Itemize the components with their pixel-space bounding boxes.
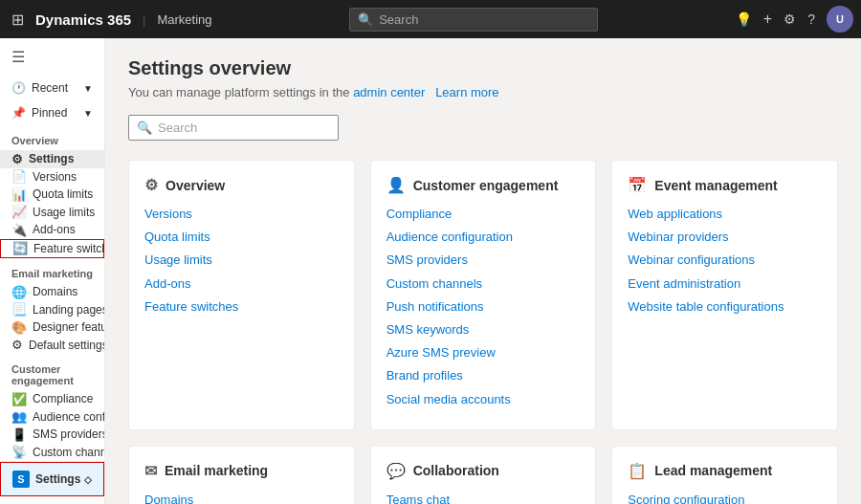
overview-card: ⚙ Overview Versions Quota limits Usage l… xyxy=(128,160,355,430)
card-link-audience[interactable]: Audience configuration xyxy=(386,229,581,246)
card-link-webinar-configs[interactable]: Webinar configurations xyxy=(628,252,822,269)
sidebar-designer-label: Designer feature ... xyxy=(33,320,104,334)
overview-section-label: Overview xyxy=(0,125,104,150)
card-link-azure-sms[interactable]: Azure SMS preview xyxy=(386,344,581,362)
admin-center-link[interactable]: admin center xyxy=(353,85,425,99)
sidebar: ☰ 🕐 Recent ▼ 📌 Pinned ▼ Overview ⚙ Setti… xyxy=(0,38,105,504)
addons-icon: 🔌 xyxy=(11,223,27,237)
card-link-usage[interactable]: Usage limits xyxy=(144,252,339,269)
brand-name: Dynamics 365 xyxy=(35,11,131,28)
default-icon: ⚙ xyxy=(11,338,23,352)
card-link-quota[interactable]: Quota limits xyxy=(144,229,339,246)
sidebar-item-versions[interactable]: 📄 Versions xyxy=(0,168,104,186)
hamburger-button[interactable]: ☰ xyxy=(0,38,104,76)
card-link-teams-chat[interactable]: Teams chat xyxy=(386,492,581,504)
sidebar-item-landing-pages[interactable]: 📃 Landing pages xyxy=(0,301,104,319)
sidebar-audience-label: Audience configu... xyxy=(33,410,104,424)
card-link-custom-channels[interactable]: Custom channels xyxy=(386,275,581,293)
card-link-sms-keywords[interactable]: SMS keywords xyxy=(386,321,581,339)
card-link-website-table[interactable]: Website table configurations xyxy=(628,298,822,316)
card-link-sms-providers[interactable]: SMS providers xyxy=(386,252,581,269)
sidebar-pinned-label: Pinned xyxy=(32,106,67,120)
lead-card-title: Lead management xyxy=(654,463,772,478)
card-link-addons[interactable]: Add-ons xyxy=(144,275,339,293)
event-card-icon: 📅 xyxy=(628,176,647,194)
email-card-icon: ✉ xyxy=(144,462,157,480)
overview-card-icon: ⚙ xyxy=(144,176,158,194)
sidebar-usage-label: Usage limits xyxy=(33,206,95,219)
card-link-social[interactable]: Social media accounts xyxy=(386,391,581,408)
email-marketing-card: ✉ Email marketing Domains Landing pages … xyxy=(128,446,355,504)
page-title: Settings overview xyxy=(128,57,838,79)
help-icon[interactable]: ? xyxy=(807,11,815,27)
sidebar-default-label: Default settings xyxy=(29,339,104,352)
customer-card-header: 👤 Customer engagement xyxy=(386,176,581,194)
page-description: You can manage platform settings in the … xyxy=(128,85,838,99)
lightbulb-icon[interactable]: 💡 xyxy=(736,11,752,27)
event-card-title: Event management xyxy=(654,178,777,193)
email-card-title: Email marketing xyxy=(165,463,268,478)
card-link-scoring[interactable]: Scoring configuration xyxy=(628,492,822,504)
sidebar-item-default[interactable]: ⚙ Default settings xyxy=(0,337,104,355)
collab-card-icon: 💬 xyxy=(386,462,406,480)
card-link-compliance[interactable]: Compliance xyxy=(386,206,581,223)
custom-channels-icon: 📡 xyxy=(11,445,27,459)
search-icon-content: 🔍 xyxy=(137,121,152,135)
settings-icon[interactable]: ⚙ xyxy=(784,11,796,27)
learn-more-link[interactable]: Learn more xyxy=(435,85,498,99)
sidebar-item-compliance[interactable]: ✅ Compliance xyxy=(0,390,104,408)
avatar[interactable]: U xyxy=(827,6,853,33)
feature-switches-icon: 🔄 xyxy=(12,241,28,255)
customer-engagement-card: 👤 Customer engagement Compliance Audienc… xyxy=(370,160,597,430)
sidebar-item-quota[interactable]: 📊 Quota limits xyxy=(0,186,104,204)
card-link-web-apps[interactable]: Web applications xyxy=(628,206,822,223)
add-icon[interactable]: + xyxy=(763,11,772,28)
sidebar-item-domains[interactable]: 🌐 Domains xyxy=(0,283,104,301)
card-link-event-admin[interactable]: Event administration xyxy=(628,275,822,293)
card-link-brand-profiles[interactable]: Brand profiles xyxy=(386,367,581,384)
lead-card-icon: 📋 xyxy=(628,462,647,480)
app-launcher-icon[interactable]: ⊞ xyxy=(8,7,28,33)
sidebar-versions-label: Versions xyxy=(33,170,77,184)
sidebar-bottom-settings[interactable]: S Settings ◇ xyxy=(0,462,104,496)
landing-pages-icon: 📃 xyxy=(11,302,27,317)
sidebar-item-custom-channels[interactable]: 📡 Custom channels xyxy=(0,444,104,462)
event-management-card: 📅 Event management Web applications Webi… xyxy=(611,160,838,430)
content-search-input[interactable] xyxy=(158,121,330,135)
pin-icon: 📌 xyxy=(11,106,26,120)
card-link-versions[interactable]: Versions xyxy=(144,206,339,223)
card-link-webinar-providers[interactable]: Webinar providers xyxy=(628,229,822,246)
sidebar-item-settings[interactable]: ⚙ Settings xyxy=(0,150,104,168)
designer-icon: 🎨 xyxy=(11,320,27,335)
sidebar-landing-label: Landing pages xyxy=(33,303,104,317)
search-icon: 🔍 xyxy=(358,12,373,27)
collab-card-title: Collaboration xyxy=(413,463,499,478)
event-card-header: 📅 Event management xyxy=(628,176,822,194)
collab-card-header: 💬 Collaboration xyxy=(386,462,581,480)
content-search-bar[interactable]: 🔍 xyxy=(128,115,339,141)
bottom-settings-icon: S xyxy=(12,471,30,488)
chevron-icon: ◇ xyxy=(84,474,92,485)
quota-icon: 📊 xyxy=(11,187,27,202)
card-link-feature[interactable]: Feature switches xyxy=(144,298,339,316)
global-search-input[interactable] xyxy=(379,12,589,27)
global-search-bar[interactable]: 🔍 xyxy=(349,8,598,32)
sidebar-item-sms[interactable]: 📱 SMS providers xyxy=(0,426,104,444)
sidebar-item-addons[interactable]: 🔌 Add-ons xyxy=(0,221,104,239)
sidebar-custom-label: Custom channels xyxy=(33,446,104,459)
chevron-down-icon: ▼ xyxy=(83,83,93,94)
sidebar-item-designer[interactable]: 🎨 Designer feature ... xyxy=(0,318,104,337)
sidebar-item-usage[interactable]: 📈 Usage limits xyxy=(0,204,104,222)
main-layout: ☰ 🕐 Recent ▼ 📌 Pinned ▼ Overview ⚙ Setti… xyxy=(0,38,861,504)
sidebar-item-recent[interactable]: 🕐 Recent ▼ xyxy=(0,76,104,100)
desc-text: You can manage platform settings in the xyxy=(128,85,350,99)
sidebar-item-pinned[interactable]: 📌 Pinned ▼ xyxy=(0,100,104,125)
customer-card-title: Customer engagement xyxy=(413,178,559,193)
sidebar-compliance-label: Compliance xyxy=(33,392,93,405)
card-link-push-notifications[interactable]: Push notifications xyxy=(386,298,581,316)
sidebar-item-audience[interactable]: 👥 Audience configu... xyxy=(0,408,104,427)
sidebar-item-feature-switches[interactable]: 🔄 Feature switches xyxy=(0,239,104,259)
card-link-domains[interactable]: Domains xyxy=(144,492,339,504)
overview-card-header: ⚙ Overview xyxy=(144,176,339,194)
cards-grid: ⚙ Overview Versions Quota limits Usage l… xyxy=(128,160,838,504)
